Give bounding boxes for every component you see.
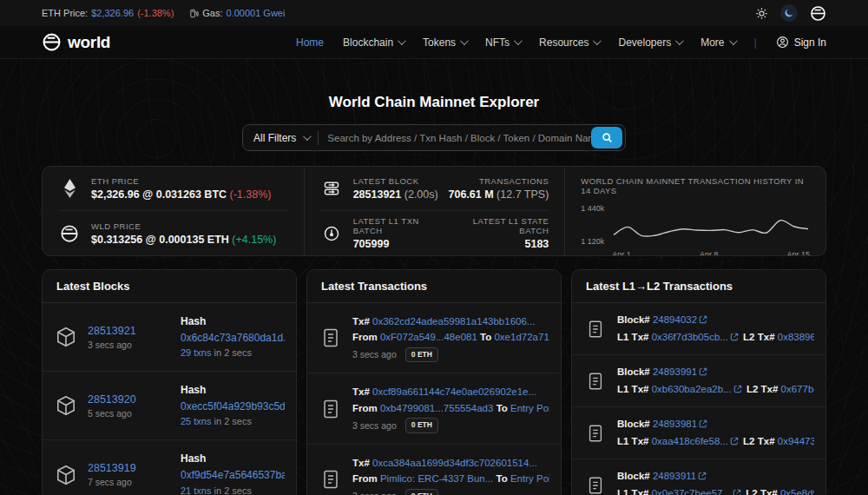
eth-price-indicator: ETH Price: $2,326.96 (-1.38%) — [42, 8, 174, 18]
block-label: Block# — [617, 314, 650, 325]
l1-tx-link[interactable]: 0x0e37c7bee57... — [652, 488, 731, 495]
block-hash-link[interactable]: 0xecc5f04a929b93c5d... — [181, 400, 285, 412]
nav-item-blockchain[interactable]: Blockchain — [343, 36, 404, 49]
receipt-icon — [319, 327, 343, 348]
l1-tx-link[interactable]: 0xaa418c6fe58... — [652, 436, 728, 446]
network-switcher-button[interactable] — [810, 5, 826, 22]
eth-price-stat-value[interactable]: $2,326.96 @ 0.031263 BTC — [91, 188, 227, 201]
l1l2-block-link[interactable]: 24893991 — [653, 366, 697, 377]
external-link-icon[interactable] — [699, 419, 707, 428]
l1l2-block-link[interactable]: 24894032 — [653, 314, 697, 325]
l2-tx-link[interactable]: 0x677b49c4d61... — [781, 384, 814, 394]
nav-item-nfts[interactable]: NFTs — [485, 36, 520, 49]
to-label: To — [480, 332, 491, 342]
search-divider — [318, 131, 319, 145]
search-input[interactable] — [327, 133, 591, 143]
block-number-link[interactable]: 28513919 — [88, 462, 136, 474]
block-hash-link[interactable]: 0x6c84c73a7680da1d... — [181, 332, 285, 344]
tx-hash-link[interactable]: 0x362cd24adea59981a143bb1606... — [372, 316, 535, 327]
block-number-link[interactable]: 28513920 — [88, 393, 136, 406]
l2-tx-link[interactable]: 0x8389643bd3d... — [778, 332, 814, 342]
block-label: Block# — [617, 471, 650, 481]
block-age: 3 secs ago — [88, 340, 171, 350]
block-txns-link[interactable]: 21 txns — [181, 485, 211, 495]
block-txns-link[interactable]: 29 txns — [181, 347, 211, 358]
l1-tx-link[interactable]: 0xb630ba2ea2b... — [652, 384, 732, 394]
x-axis-tick-mid: Apr 8 — [700, 250, 719, 256]
nav-divider: | — [754, 36, 757, 49]
x-axis-tick-end: Apr 15 — [786, 250, 810, 256]
search-button[interactable] — [591, 127, 622, 148]
tx-label: Tx# — [352, 386, 370, 397]
gas-indicator: Gas: 0.00001 Gwei — [189, 8, 285, 18]
block-hash-link[interactable]: 0xf9d54e7a5646537ba... — [181, 469, 285, 481]
tx-to-link[interactable]: 0xe1d72a71...b9e8D64 — [494, 332, 549, 342]
brand-logo[interactable]: world — [42, 32, 110, 52]
gear-icon — [755, 7, 768, 20]
gas-pump-icon — [189, 9, 199, 18]
external-link-icon[interactable] — [733, 385, 742, 393]
l1-tx-label: L1 Tx# — [617, 384, 648, 394]
tx-from-link[interactable]: 0xb4799081...755554ad3 — [380, 403, 493, 413]
l1-txn-batch-value[interactable]: 705999 — [353, 238, 390, 250]
block-number-link[interactable]: 28513921 — [88, 325, 136, 337]
external-link-icon[interactable] — [733, 489, 741, 495]
latest-block-value[interactable]: 28513921 — [353, 188, 402, 201]
wld-token-icon — [58, 224, 81, 243]
gas-label: Gas: — [202, 8, 222, 18]
eth-price-link[interactable]: $2,326.96 — [91, 8, 134, 18]
hero-section: World Chain Mainnet Explorer All Filters — [0, 59, 868, 151]
block-row: 28513921 3 secs ago Hash 0x6c84c73a7680d… — [43, 303, 296, 372]
nav-item-resources[interactable]: Resources — [539, 36, 599, 49]
user-icon — [776, 36, 789, 49]
external-link-icon[interactable] — [698, 472, 707, 480]
tx-age: 3 secs ago — [352, 347, 397, 362]
latest-transactions-title: Latest Transactions — [307, 270, 561, 303]
settings-button[interactable] — [755, 7, 768, 20]
l1-tx-label: L1 Tx# — [617, 488, 648, 495]
theme-toggle-button[interactable] — [780, 4, 798, 22]
l2-tx-link[interactable]: 0x5e8d996055f8... — [780, 488, 814, 495]
nav-item-home[interactable]: Home — [296, 36, 324, 49]
gauge-icon — [320, 225, 343, 242]
block-label: Block# — [617, 419, 650, 429]
l1l2-row: Block# 24893911 L1 Tx# 0x0e37c7bee57... … — [572, 459, 825, 495]
gas-value-link[interactable]: 0.00001 Gwei — [227, 8, 286, 18]
l1-tx-label: L1 Tx# — [617, 436, 648, 446]
l1-tx-link[interactable]: 0x36f7d3b05cb... — [652, 332, 728, 342]
block-txns-link[interactable]: 25 txns — [181, 416, 211, 426]
search-filter-dropdown[interactable]: All Filters — [253, 132, 309, 144]
tx-to-link[interactable]: Entry Point 0.7.0 — [510, 473, 549, 484]
nav-item-more[interactable]: More — [700, 36, 734, 49]
external-link-icon[interactable] — [730, 437, 739, 446]
tx-label: Tx# — [352, 316, 370, 327]
external-link-icon[interactable] — [730, 333, 739, 341]
from-label: From — [352, 403, 378, 413]
eth-price-label: ETH Price: — [42, 8, 88, 18]
search-icon — [602, 132, 613, 143]
external-link-icon[interactable] — [699, 367, 707, 376]
tx-from-link[interactable]: 0xF072a549...48e081 — [380, 332, 477, 342]
tx-to-link[interactable]: Entry Point 0.7.0 — [510, 403, 549, 413]
blocks-stack-icon — [320, 180, 343, 197]
tx-hash-link[interactable]: 0xcf89a661144c74e0ae026902e1e... — [372, 386, 536, 397]
wld-price-stat: WLD PRICE $0.313256 @ 0.000135 ETH (+4.1… — [58, 211, 288, 255]
l2-tx-link[interactable]: 0x944731e19ad... — [778, 436, 814, 446]
chevron-down-icon — [593, 36, 602, 45]
main-nav: world Home Blockchain Tokens NFTs Resour… — [0, 26, 868, 59]
stats-panel: ETH PRICE $2,326.96 @ 0.031263 BTC (-1.3… — [42, 166, 826, 256]
nav-item-developers[interactable]: Developers — [618, 36, 681, 49]
price-stats-column: ETH PRICE $2,326.96 @ 0.031263 BTC (-1.3… — [43, 167, 304, 256]
transactions-value[interactable]: 706.61 M — [449, 188, 494, 201]
tx-hash-link[interactable]: 0xca384aa1699d34df3c702601514... — [372, 458, 537, 468]
tx-from-link[interactable]: Pimlico: ERC-4337 Bun... — [380, 473, 493, 484]
l1l2-block-link[interactable]: 24893911 — [653, 471, 696, 481]
brand-name: world — [68, 33, 110, 52]
wld-price-stat-value[interactable]: $0.313256 @ 0.000135 ETH — [91, 234, 229, 246]
nav-item-tokens[interactable]: Tokens — [423, 36, 466, 49]
l1-state-batch-value[interactable]: 5183 — [525, 238, 549, 250]
receipt-icon — [583, 372, 608, 391]
external-link-icon[interactable] — [699, 315, 707, 324]
sign-in-button[interactable]: Sign In — [776, 36, 826, 49]
l1l2-block-link[interactable]: 24893981 — [653, 419, 697, 429]
